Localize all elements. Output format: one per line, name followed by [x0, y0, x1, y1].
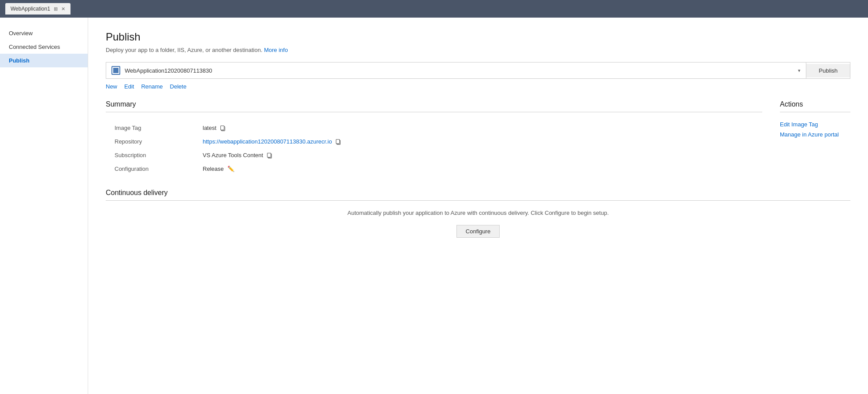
action-item-edit-image-tag: Edit Image Tag: [780, 121, 850, 128]
edit-configuration-icon[interactable]: ✏️: [227, 166, 234, 172]
manage-azure-portal-link[interactable]: Manage in Azure portal: [780, 131, 839, 138]
pin-icon[interactable]: ⊞: [54, 6, 58, 12]
copy-image-tag-icon[interactable]: [220, 125, 226, 131]
delete-link[interactable]: Delete: [170, 83, 187, 90]
actions-divider: [780, 112, 850, 112]
repository-label: Repository: [115, 138, 203, 145]
image-tag-value: latest: [203, 125, 226, 131]
action-item-manage-azure: Manage in Azure portal: [780, 131, 850, 138]
continuous-delivery-section: Continuous delivery Automatically publis…: [106, 189, 850, 238]
rename-link[interactable]: Rename: [141, 83, 163, 90]
configuration-label: Configuration: [115, 166, 203, 172]
edit-link[interactable]: Edit: [124, 83, 134, 90]
svg-rect-1: [221, 125, 224, 130]
repository-value: https://webapplication120200807113830.az…: [203, 138, 341, 145]
subscription-label: Subscription: [115, 152, 203, 158]
page-subtitle: Deploy your app to a folder, IIS, Azure,…: [106, 47, 850, 53]
summary-header: Summary: [106, 100, 762, 112]
sidebar-item-connected-services[interactable]: Connected Services: [0, 40, 88, 54]
page-title: Publish: [106, 31, 850, 43]
summary-divider: [106, 112, 762, 112]
title-bar-tab[interactable]: WebApplication1 ⊞ ✕: [5, 3, 70, 15]
actions-title: Actions: [780, 100, 850, 112]
copy-subscription-icon[interactable]: [267, 152, 273, 158]
edit-image-tag-link[interactable]: Edit Image Tag: [780, 121, 818, 128]
tab-title: WebApplication1: [11, 6, 50, 12]
image-tag-label: Image Tag: [115, 125, 203, 131]
summary-row-repository: Repository https://webapplication1202008…: [106, 135, 762, 148]
svg-rect-3: [336, 139, 340, 144]
profile-icon: [111, 66, 120, 75]
title-bar: WebApplication1 ⊞ ✕: [0, 0, 868, 18]
action-links: New Edit Rename Delete: [106, 83, 850, 90]
summary-left: Summary Image Tag latest Repository: [106, 100, 762, 176]
close-icon[interactable]: ✕: [61, 6, 65, 12]
configure-button[interactable]: Configure: [456, 225, 500, 238]
actions-right: Actions Edit Image Tag Manage in Azure p…: [762, 100, 850, 176]
main-container: Overview Connected Services Publish Publ…: [0, 18, 868, 394]
summary-row-subscription: Subscription VS Azure Tools Content: [106, 148, 762, 162]
copy-repository-icon[interactable]: [335, 139, 341, 145]
sidebar-item-overview[interactable]: Overview: [0, 26, 88, 40]
configuration-value: Release ✏️: [203, 166, 234, 172]
profile-select-area[interactable]: WebApplication120200807113830 ▾: [106, 63, 806, 78]
profile-bar: WebApplication120200807113830 ▾ Publish: [106, 62, 850, 79]
summary-row-configuration: Configuration Release ✏️: [106, 162, 762, 176]
cd-title: Continuous delivery: [106, 189, 168, 200]
sidebar: Overview Connected Services Publish: [0, 18, 88, 394]
subscription-value: VS Azure Tools Content: [203, 152, 273, 158]
sidebar-item-publish[interactable]: Publish: [0, 54, 88, 67]
publish-button[interactable]: Publish: [806, 64, 850, 77]
content-area: Publish Deploy your app to a folder, IIS…: [88, 18, 868, 394]
summary-row-image-tag: Image Tag latest: [106, 121, 762, 135]
repository-link[interactable]: https://webapplication120200807113830.az…: [203, 138, 332, 145]
summary-title: Summary: [106, 100, 136, 112]
svg-rect-5: [267, 153, 271, 157]
cd-message: Automatically publish your application t…: [106, 210, 850, 216]
summary-actions-container: Summary Image Tag latest Repository: [106, 100, 850, 176]
cd-divider: [106, 200, 850, 201]
profile-name: WebApplication120200807113830: [125, 67, 794, 74]
cd-header: Continuous delivery: [106, 189, 850, 200]
chevron-down-icon: ▾: [798, 68, 801, 74]
more-info-link[interactable]: More info: [264, 47, 288, 53]
new-link[interactable]: New: [106, 83, 117, 90]
